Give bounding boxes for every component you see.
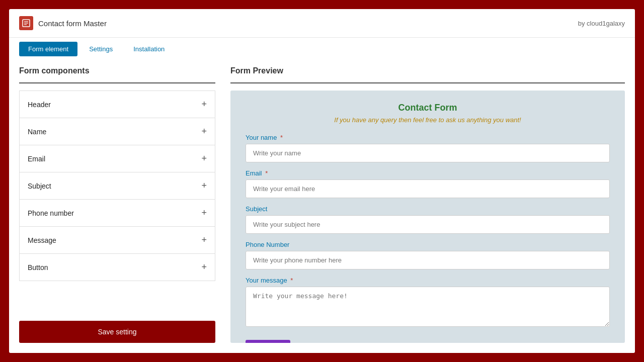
top-bar: Contact form Master by cloud1galaxy [9,9,635,38]
field-group-subject: Subject [246,205,610,234]
component-email[interactable]: Email + [19,145,215,172]
label-email: Email * [246,169,610,177]
form-preview-title: Form Preview [230,66,625,75]
component-message-label: Message [28,236,56,244]
label-message: Your message * [246,277,610,284]
plus-icon-name: + [201,126,207,137]
form-subtext: If you have any query then feel free to … [246,116,610,124]
input-name[interactable] [246,144,610,162]
plus-icon-button: + [201,262,207,273]
component-phone-label: Phone number [28,209,74,217]
component-phone[interactable]: Phone number + [19,199,215,226]
label-name: Your name * [246,134,610,141]
send-button[interactable]: Send [246,340,290,343]
app-icon [19,16,33,30]
tab-form-element[interactable]: Form element [19,42,77,56]
left-panel: Form components Header + Name + Email + … [19,66,215,343]
field-group-message: Your message * [246,277,610,329]
component-subject-label: Subject [28,182,51,190]
form-components-title: Form components [19,66,215,75]
save-setting-button[interactable]: Save setting [19,321,215,343]
input-email[interactable] [246,179,610,198]
field-group-name: Your name * [246,134,610,162]
app-branding: Contact form Master [19,16,107,30]
label-subject: Subject [246,205,610,213]
plus-icon-message: + [201,235,207,245]
input-subject[interactable] [246,215,610,234]
component-name-label: Name [28,128,46,136]
form-heading: Contact Form [246,103,610,113]
component-button-label: Button [28,263,48,272]
by-text: by cloud1galaxy [578,20,625,27]
field-group-phone: Phone Number [246,241,610,269]
main-content: Form components Header + Name + Email + … [9,56,635,353]
label-phone: Phone Number [246,241,610,248]
input-phone[interactable] [246,251,610,269]
required-star-message: * [290,277,293,284]
plus-icon-email: + [201,153,207,164]
plus-icon-header: + [201,99,207,110]
component-email-label: Email [28,155,45,163]
component-list: Header + Name + Email + Subject + Phone … [19,90,215,311]
right-divider [230,82,625,83]
field-group-email: Email * [246,169,610,198]
right-panel: Form Preview Contact Form If you have an… [230,66,625,343]
plus-icon-phone: + [201,208,207,218]
component-button[interactable]: Button + [19,253,215,281]
component-message[interactable]: Message + [19,226,215,253]
app-title: Contact form Master [38,19,107,28]
component-subject[interactable]: Subject + [19,172,215,199]
component-header-label: Header [28,101,51,109]
input-message[interactable] [246,287,610,327]
required-star-email: * [265,169,268,177]
required-star-name: * [280,134,283,141]
plus-icon-subject: + [201,180,207,191]
component-name[interactable]: Name + [19,118,215,145]
tab-settings[interactable]: Settings [80,42,122,56]
form-preview-area: Contact Form If you have any query then … [230,90,625,343]
left-divider [19,82,215,83]
component-header[interactable]: Header + [19,90,215,118]
nav-tabs: Form element Settings Installation [9,38,635,56]
tab-installation[interactable]: Installation [124,42,174,56]
